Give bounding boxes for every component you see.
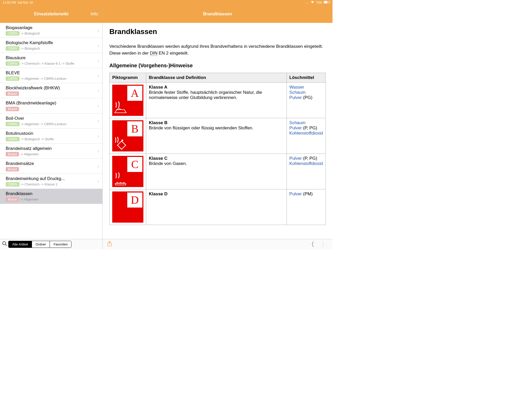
- list-item-title: Brandeinsatz allgemein: [6, 146, 95, 151]
- page-title: Brandklassen: [103, 5, 332, 23]
- tag-badge: Brand: [6, 152, 19, 156]
- chevron-right-icon: ›: [97, 193, 99, 199]
- list-item-title: Blausäure: [6, 55, 95, 61]
- loeschmittel-link[interactable]: Wasser: [289, 85, 304, 90]
- segment-ordner[interactable]: Ordner: [32, 241, 50, 248]
- back-button[interactable]: 〈: [308, 240, 314, 249]
- bottom-toolbar: Alle ArtikelOrdnerFavoriten 〈 〉: [0, 239, 332, 249]
- list-item[interactable]: Blockheizkraftwerk (BHKW) Brand ›: [0, 83, 102, 98]
- segment-favoriten[interactable]: Favoriten: [50, 241, 71, 248]
- article-content[interactable]: Brandklassen Verschiedene Brandklassen w…: [103, 23, 332, 239]
- loeschmittel-cell: WasserSchaumPulver (PG): [287, 83, 325, 118]
- list-item-title: Botulinustoxin: [6, 131, 95, 136]
- list-item[interactable]: Brandeinwirkung auf Druckg... CBRN -> Ch…: [0, 174, 102, 189]
- loeschmittel-cell: SchaumPulver (P, PG)Kohlenstoffdioxid: [287, 118, 325, 154]
- loeschmittel-link[interactable]: Kohlenstoffdioxid: [289, 161, 323, 166]
- loeschmittel-link[interactable]: Schaum: [289, 120, 305, 125]
- svg-rect-3: [115, 183, 126, 185]
- tag-badge: CBRN: [6, 31, 19, 36]
- definition-cell: Klasse BBrände von flüssigen oder flüssi…: [146, 118, 287, 154]
- breadcrumb: -> Biologisch: [21, 46, 40, 50]
- tag-badge: CBRN: [6, 76, 19, 81]
- segment-alle-artikel[interactable]: Alle Artikel: [9, 241, 32, 248]
- fire-class-piktogramm-a: A: [112, 85, 143, 116]
- tag-badge: CBRN: [6, 46, 19, 51]
- chevron-right-icon: ›: [97, 163, 99, 169]
- tag-badge: Brand: [6, 197, 19, 202]
- svg-point-4: [3, 242, 6, 245]
- tag-badge: Brand: [6, 91, 19, 96]
- chevron-right-icon: ›: [97, 118, 99, 124]
- loeschmittel-link[interactable]: Pulver: [289, 156, 302, 161]
- chevron-right-icon: ›: [97, 57, 99, 63]
- piktogramm-cell: B: [110, 118, 146, 154]
- list-item-title: Brandklassen: [6, 191, 95, 197]
- loeschmittel-link[interactable]: Pulver: [289, 191, 302, 196]
- wifi-icon: [311, 1, 314, 4]
- breadcrumb: -> Chemisch -> Klasse 6-1 -> Stoffe: [21, 62, 74, 65]
- list-item-title: Biogasanlage: [6, 25, 95, 31]
- list-item-title: Blockheizkraftwerk (BHKW): [6, 85, 95, 91]
- chevron-right-icon: ›: [97, 103, 99, 109]
- list-item-title: BLEVE: [6, 70, 95, 76]
- loeschmittel-link[interactable]: Pulver: [289, 125, 302, 130]
- fire-class-piktogramm-d: D: [112, 191, 143, 223]
- list-item-title: Brandeinsätze: [6, 161, 95, 167]
- loeschmittel-link[interactable]: Pulver: [289, 95, 302, 100]
- list-item[interactable]: Botulinustoxin CBRN -> Biologisch -> Sto…: [0, 129, 102, 144]
- svg-rect-1: [324, 1, 328, 3]
- list-item[interactable]: Brandeinsatz allgemein Brand -> Allgemei…: [0, 144, 102, 159]
- list-item[interactable]: Biogasanlage CBRN -> Biologisch ›: [0, 23, 102, 38]
- svg-rect-2: [329, 2, 330, 3]
- search-icon[interactable]: [2, 241, 7, 248]
- table-header: Piktogramm: [110, 73, 146, 83]
- fire-class-table: PiktogrammBrandklasse und DefinitionLösc…: [109, 73, 326, 225]
- tag-badge: CBRN: [6, 182, 19, 187]
- table-row: AKlasse ABrände fester Stoffe, hauptsäch…: [110, 83, 326, 118]
- piktogramm-cell: C: [110, 154, 146, 189]
- battery-percent: 72%: [316, 1, 322, 4]
- definition-cell: Klasse D: [146, 189, 287, 225]
- table-row: DKlasse DPulver (PM): [110, 189, 326, 225]
- article-h1: Brandklassen: [109, 28, 326, 36]
- breadcrumb: -> Allgemein: [20, 197, 39, 201]
- list-item[interactable]: BMA (Brandmeldeanlage) Brand ›: [0, 98, 102, 113]
- article-h2: Allgemeine (Vorgehens-)Hinweise: [109, 63, 326, 69]
- fire-class-piktogramm-c: C: [112, 156, 143, 187]
- nav-arrows: 〈 〉: [308, 240, 328, 249]
- tag-badge: Brand: [6, 167, 19, 171]
- loeschmittel-link[interactable]: Kohlenstoffdioxid: [289, 131, 323, 136]
- forward-button[interactable]: 〉: [322, 240, 328, 249]
- list-item[interactable]: Blausäure CBRN -> Chemisch -> Klasse 6-1…: [0, 53, 102, 68]
- list-item-title: Boil-Over: [6, 116, 95, 121]
- sidebar-title: Einsatzleiterwiki: [34, 11, 68, 17]
- header: Einsatzleiterwiki Info Brandklassen: [0, 5, 332, 23]
- list-item-title: Biologische Kampfstoffe: [6, 40, 95, 46]
- list-item-title: BMA (Brandmeldeanlage): [6, 100, 95, 106]
- definition-cell: Klasse CBrände von Gasen.: [146, 154, 287, 189]
- chevron-right-icon: ›: [97, 148, 99, 154]
- chevron-right-icon: ›: [97, 178, 99, 184]
- piktogramm-cell: A: [110, 83, 146, 118]
- svg-line-5: [5, 244, 7, 246]
- table-header: Brandklasse und Definition: [146, 73, 287, 83]
- status-bar: 11:02 PM Sat Nov 10 ···· 72%: [0, 0, 332, 5]
- share-icon[interactable]: [107, 241, 112, 248]
- segmented-control[interactable]: Alle ArtikelOrdnerFavoriten: [8, 241, 71, 248]
- breadcrumb: -> Chemisch -> Klasse 2: [21, 182, 57, 186]
- sidebar[interactable]: Biogasanlage CBRN -> Biologisch ›Biologi…: [0, 23, 103, 239]
- list-item[interactable]: Biologische Kampfstoffe CBRN -> Biologis…: [0, 38, 102, 53]
- piktogramm-cell: D: [110, 189, 146, 225]
- list-item[interactable]: Brandeinsätze Brand ›: [0, 159, 102, 174]
- tag-badge: Brand: [6, 107, 19, 111]
- list-item-title: Brandeinwirkung auf Druckg...: [6, 176, 95, 182]
- info-button[interactable]: Info: [91, 11, 98, 17]
- chevron-right-icon: ›: [97, 133, 99, 139]
- list-item[interactable]: Brandklassen Brand -> Allgemein ›: [0, 189, 102, 204]
- tag-badge: CBRN: [6, 137, 19, 141]
- list-item[interactable]: BLEVE CBRN -> Allgemein -> CBRN-Lexikon …: [0, 68, 102, 83]
- status-time: 11:02 PM: [3, 1, 16, 4]
- tag-badge: CBRN: [6, 61, 19, 66]
- loeschmittel-link[interactable]: Schaum: [289, 90, 305, 95]
- list-item[interactable]: Boil-Over CBRN -> Allgemein -> CBRN-Lexi…: [0, 114, 102, 129]
